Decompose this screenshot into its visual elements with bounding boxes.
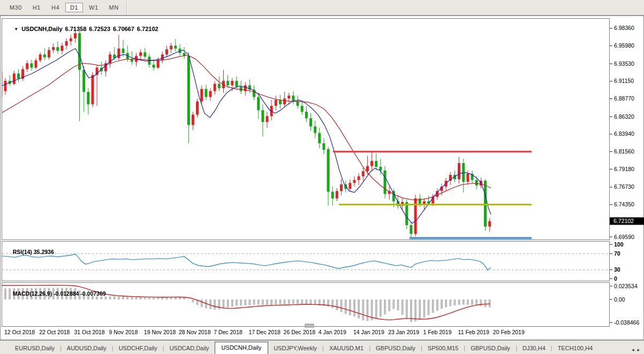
- timeframe-button-w1[interactable]: W1: [84, 3, 103, 12]
- tab-scroll-left-icon[interactable]: ◂: [632, 347, 634, 352]
- trading-terminal-window: M30H1H4D1W1MN 6.983606.959806.935306.911…: [0, 0, 644, 354]
- timeframe-button-mn[interactable]: MN: [104, 3, 124, 12]
- candle-body: [358, 176, 360, 180]
- date-axis-label: 26 Dec 2018: [284, 329, 316, 335]
- date-axis-label: 23 Jan 2019: [388, 329, 419, 335]
- candle-body: [475, 180, 478, 186]
- candle-body: [275, 100, 277, 106]
- macd-histogram-bar: [231, 299, 233, 307]
- tab-gbpusd-daily[interactable]: GBPUSD,Daily: [465, 343, 516, 354]
- date-axis-label: 14 Jan 2019: [353, 329, 384, 335]
- macd-histogram-bar: [380, 299, 382, 317]
- timeframe-button-m30[interactable]: M30: [5, 3, 27, 12]
- macd-histogram-bar: [144, 297, 146, 299]
- macd-histogram-bar: [375, 299, 377, 319]
- candle-body: [392, 191, 395, 201]
- candle-body: [87, 92, 89, 104]
- current-price-label: 6.72102: [613, 218, 634, 224]
- macd-histogram-bar: [480, 299, 482, 306]
- tab-eurusd-daily[interactable]: EURUSD,Daily: [10, 343, 60, 354]
- macd-histogram-bar: [262, 299, 264, 305]
- candle-body: [322, 143, 325, 150]
- symbol-dropdown-icon[interactable]: ▼: [14, 27, 18, 32]
- candle-body: [35, 60, 37, 68]
- macd-histogram-bar: [153, 297, 155, 299]
- candle-body: [60, 45, 63, 51]
- macd-histogram-bar: [484, 299, 487, 307]
- candle-body: [82, 70, 85, 92]
- candle-body: [235, 81, 238, 87]
- macd-histogram-bar: [463, 299, 465, 305]
- tab-usdcad-daily[interactable]: USDCAD,Daily: [164, 343, 215, 354]
- macd-histogram-bar: [275, 299, 277, 305]
- price-axis-label: 6.74350: [614, 201, 634, 207]
- candle-body: [423, 201, 426, 204]
- candle-body: [43, 55, 46, 57]
- tab-dj30-h4[interactable]: DJ30,H4: [517, 343, 551, 354]
- macd-main-value: -0.012884: [54, 290, 79, 297]
- candle-body: [165, 49, 168, 55]
- candle-body: [143, 52, 146, 57]
- timeframe-button-d1[interactable]: D1: [65, 3, 83, 12]
- tab-usdcnh-daily[interactable]: USDCNH,Daily: [215, 342, 269, 354]
- candle-body: [13, 74, 16, 84]
- macd-histogram-bar: [192, 299, 194, 302]
- candle-body: [327, 149, 330, 192]
- macd-histogram-bar: [236, 299, 238, 306]
- candle-body: [153, 65, 155, 67]
- candle-body: [209, 91, 212, 97]
- macd-histogram-bar: [223, 299, 225, 309]
- price-axis-label: 6.98360: [614, 25, 634, 31]
- rsi-axis-label: 0: [614, 275, 617, 282]
- candle-body: [370, 161, 373, 166]
- price-axis-label: 6.86320: [614, 113, 634, 120]
- price-axis-label: 6.79180: [614, 166, 634, 172]
- price-axis-label: 6.81560: [614, 148, 634, 155]
- candle-body: [414, 198, 417, 234]
- macd-histogram-bar: [187, 299, 190, 299]
- rsi-axis-label: 30: [614, 266, 620, 273]
- macd-histogram-bar: [113, 296, 116, 299]
- timeframe-toolbar: M30H1H4D1W1MN: [0, 0, 644, 16]
- tab-sp500-m15[interactable]: SP500,M15: [422, 343, 464, 354]
- macd-histogram-bar: [257, 299, 260, 305]
- macd-histogram-bar: [453, 299, 456, 305]
- timeframe-button-h4[interactable]: H4: [47, 3, 64, 12]
- timeframe-button-h1[interactable]: H1: [28, 3, 46, 12]
- candle-body: [196, 102, 199, 115]
- tab-tech100-h4[interactable]: TECH100,H4: [552, 343, 598, 354]
- tab-usdchf-daily[interactable]: USDCHF,Daily: [113, 343, 163, 354]
- macd-histogram-bar: [449, 299, 451, 306]
- symbol-tab-bar: EURUSD,Daily|AUDUSD,Daily|USDCHF,Daily|U…: [0, 340, 644, 354]
- macd-signal-value: -0.007369: [80, 290, 105, 297]
- candle-body: [30, 63, 33, 67]
- macd-histogram-bar: [288, 299, 290, 304]
- macd-histogram-bar: [135, 297, 138, 299]
- candle-body: [117, 49, 120, 58]
- macd-histogram-bar: [406, 299, 408, 319]
- macd-histogram-bar: [279, 299, 281, 305]
- candle-body: [419, 198, 421, 204]
- tab-usdjpy-weekly[interactable]: USDJPY,Weekly: [268, 343, 322, 354]
- tab-xauusd-m1[interactable]: XAUUSD,M1: [324, 343, 369, 354]
- candle-body: [314, 126, 316, 133]
- macd-histogram-bar: [475, 299, 478, 305]
- ohlc-open: 6.71358: [65, 26, 87, 32]
- candle-body: [301, 106, 304, 112]
- tab-gbpusd-daily[interactable]: GBPUSD,Daily: [370, 343, 421, 354]
- macd-histogram-bar: [349, 299, 351, 315]
- candle-body: [348, 183, 351, 189]
- panel-splitter-handle[interactable]: [305, 324, 314, 327]
- macd-histogram-bar: [157, 297, 159, 299]
- date-axis-label: 19 Nov 2018: [144, 329, 176, 335]
- macd-histogram-bar: [301, 299, 303, 304]
- candle-body: [92, 75, 94, 104]
- candle-body: [266, 116, 269, 122]
- macd-histogram-bar: [458, 299, 460, 305]
- price-axis-label: 6.93530: [614, 60, 634, 67]
- tab-scroll-right-icon[interactable]: ▸: [637, 347, 640, 352]
- macd-histogram-bar: [126, 297, 128, 299]
- tab-audusd-daily[interactable]: AUDUSD,Daily: [62, 343, 112, 354]
- candle-body: [187, 56, 190, 125]
- macd-histogram-bar: [166, 297, 168, 299]
